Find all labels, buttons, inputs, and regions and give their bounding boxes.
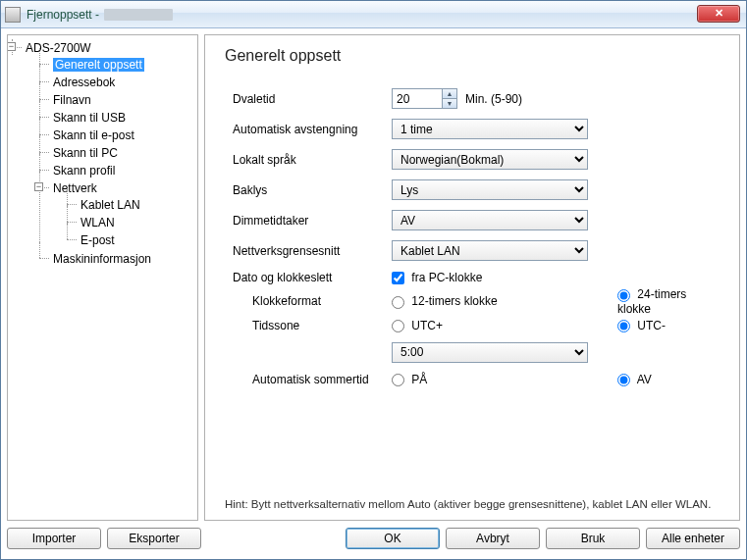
- sleep-unit: Min. (5-90): [465, 92, 522, 106]
- app-icon: [5, 7, 21, 23]
- label-auto-off: Automatisk avstengning: [225, 123, 392, 136]
- label-dst: Automatisk sommertid: [225, 373, 392, 386]
- spinner-down-icon[interactable]: ▼: [442, 99, 456, 108]
- hint-text: Hint: Bytt nettverksalternativ mellom Au…: [225, 498, 720, 510]
- expander-icon[interactable]: −: [34, 182, 43, 191]
- label-clock-format: Klokkeformat: [225, 294, 392, 308]
- spinner-up-icon[interactable]: ▲: [442, 89, 456, 99]
- all-units-button[interactable]: Alle enheter: [646, 528, 740, 549]
- net-iface-select[interactable]: Kablet LAN: [392, 240, 588, 261]
- tree-item-scan-email[interactable]: Skann til e-post: [39, 127, 195, 144]
- nav-tree[interactable]: − ADS-2700W Generelt oppsett Adressebok …: [7, 34, 198, 521]
- label-dim-timer: Dimmetidtaker: [225, 214, 392, 228]
- dst-off-radio-label[interactable]: AV: [617, 373, 652, 386]
- tree-item-machine-info[interactable]: Maskininformasjon: [39, 250, 195, 268]
- window-title: Fjernoppsett -: [27, 8, 173, 22]
- utc-minus-radio-label[interactable]: UTC-: [617, 319, 666, 332]
- backlight-select[interactable]: Lys: [392, 179, 588, 200]
- import-button[interactable]: Importer: [7, 528, 101, 549]
- label-net-iface: Nettverksgrensesnitt: [225, 244, 392, 258]
- clock-12-radio[interactable]: [392, 296, 404, 309]
- main-panel: Generelt oppsett Dvaletid ▲ ▼ Min. (5-90…: [204, 34, 740, 521]
- clock-24-radio-label[interactable]: 24-timers klokke: [617, 287, 720, 315]
- label-timezone: Tidssone: [225, 319, 392, 332]
- clock-24-radio[interactable]: [617, 289, 630, 302]
- dst-on-radio[interactable]: [392, 374, 404, 386]
- titlebar: Fjernoppsett - ✕: [1, 1, 746, 28]
- from-pc-checkbox-label[interactable]: fra PC-klokke: [392, 271, 482, 284]
- tree-item-general[interactable]: Generelt oppsett: [39, 56, 195, 74]
- redacted-device-name: [104, 9, 173, 21]
- sleep-input[interactable]: [393, 89, 442, 108]
- cancel-button[interactable]: Avbryt: [446, 528, 540, 549]
- language-select[interactable]: Norwegian(Bokmal): [392, 149, 588, 170]
- auto-off-select[interactable]: 1 time: [392, 119, 588, 139]
- label-sleep: Dvaletid: [225, 92, 392, 106]
- tree-item-wlan[interactable]: WLAN: [67, 214, 195, 231]
- tree-root[interactable]: − ADS-2700W Generelt oppsett Adressebok …: [12, 39, 195, 269]
- apply-button[interactable]: Bruk: [546, 528, 640, 549]
- export-button[interactable]: Eksporter: [107, 528, 201, 549]
- utc-plus-radio-label[interactable]: UTC+: [392, 319, 443, 332]
- clock-12-radio-label[interactable]: 12-timers klokke: [392, 294, 498, 308]
- tree-item-filename[interactable]: Filnavn: [39, 91, 195, 109]
- ok-button[interactable]: OK: [346, 528, 440, 549]
- from-pc-checkbox[interactable]: [392, 272, 404, 284]
- label-language: Lokalt språk: [225, 153, 392, 167]
- tree-item-scan-usb[interactable]: Skann til USB: [39, 109, 195, 127]
- label-backlight: Baklys: [225, 183, 392, 197]
- tree-item-addressbook[interactable]: Adressebok: [39, 74, 195, 91]
- tree-item-epost[interactable]: E-post: [67, 231, 195, 249]
- dst-on-radio-label[interactable]: PÅ: [392, 373, 427, 386]
- tree-item-network[interactable]: − Nettverk Kablet LAN WLAN E-post: [39, 179, 195, 250]
- tz-offset-select[interactable]: 5:00: [392, 342, 588, 363]
- utc-plus-radio[interactable]: [392, 320, 404, 332]
- tree-item-wired-lan[interactable]: Kablet LAN: [67, 196, 195, 214]
- close-button[interactable]: ✕: [697, 5, 740, 23]
- tree-item-scan-profile[interactable]: Skann profil: [39, 162, 195, 179]
- utc-minus-radio[interactable]: [617, 320, 630, 332]
- dim-timer-select[interactable]: AV: [392, 210, 588, 230]
- sleep-spinner[interactable]: ▲ ▼: [392, 88, 457, 109]
- expander-icon[interactable]: −: [7, 42, 16, 51]
- dst-off-radio[interactable]: [617, 374, 630, 386]
- page-title: Generelt oppsett: [225, 47, 720, 65]
- tree-item-scan-pc[interactable]: Skann til PC: [39, 144, 195, 162]
- button-bar: Importer Eksporter OK Avbryt Bruk Alle e…: [1, 527, 746, 555]
- label-datetime: Dato og klokkeslett: [225, 271, 392, 284]
